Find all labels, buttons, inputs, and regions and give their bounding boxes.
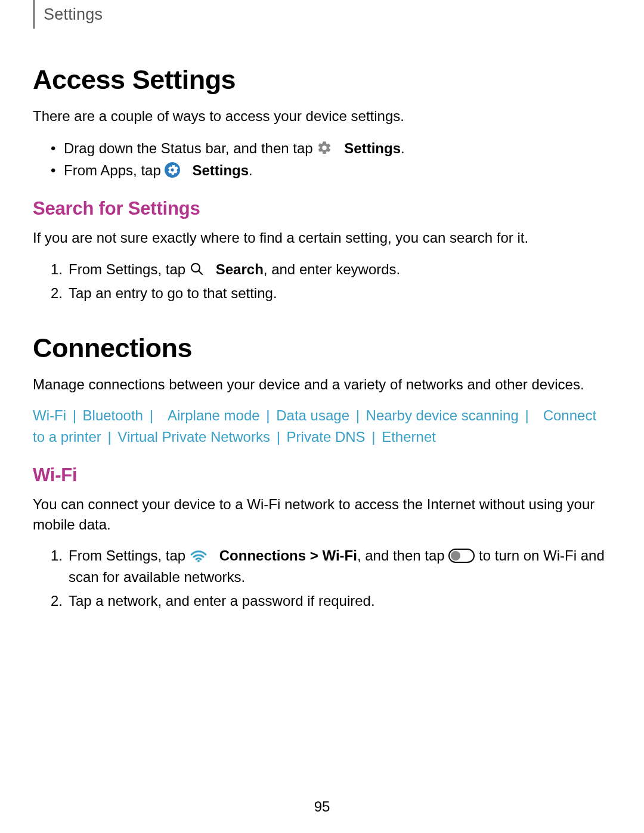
section-title-connections: Connections — [33, 333, 611, 364]
link-ethernet[interactable]: Ethernet — [382, 429, 436, 445]
link-data-usage[interactable]: Data usage — [276, 407, 349, 423]
page-header: Settings — [33, 0, 611, 29]
bullet-status-bar: Drag down the Status bar, and then tap S… — [51, 137, 611, 159]
section-title-access-settings: Access Settings — [33, 64, 611, 95]
search-step-2: Tap an entry to go to that setting. — [51, 283, 611, 304]
connections-intro: Manage connections between your device a… — [33, 374, 611, 395]
wifi-steps: From Settings, tap Connections > Wi-Fi, … — [33, 545, 611, 612]
svg-point-0 — [165, 162, 180, 178]
gear-icon — [317, 140, 332, 156]
header-divider — [33, 0, 35, 29]
svg-line-2 — [199, 271, 202, 275]
wifi-step-1: From Settings, tap Connections > Wi-Fi, … — [51, 545, 611, 588]
link-wifi[interactable]: Wi-Fi — [33, 407, 66, 423]
access-settings-bullets: Drag down the Status bar, and then tap S… — [33, 137, 611, 181]
settings-app-icon — [165, 162, 180, 178]
search-steps: From Settings, tap Search, and enter key… — [33, 259, 611, 304]
connections-links: Wi-Fi | Bluetooth | Airplane mode | Data… — [33, 405, 611, 448]
link-nearby-device-scanning[interactable]: Nearby device scanning — [366, 407, 519, 423]
access-settings-intro: There are a couple of ways to access you… — [33, 106, 611, 126]
link-vpn[interactable]: Virtual Private Networks — [117, 429, 270, 445]
page-number: 95 — [0, 798, 644, 815]
link-bluetooth[interactable]: Bluetooth — [83, 407, 143, 423]
subsection-wifi: Wi-Fi — [33, 465, 611, 486]
bullet-from-apps: From Apps, tap Settings. — [51, 159, 611, 181]
search-icon — [190, 262, 204, 276]
toggle-off-icon — [448, 549, 475, 563]
link-private-dns[interactable]: Private DNS — [287, 429, 366, 445]
header-section-name: Settings — [44, 5, 103, 24]
search-step-1: From Settings, tap Search, and enter key… — [51, 259, 611, 280]
search-intro: If you are not sure exactly where to fin… — [33, 228, 611, 248]
svg-point-3 — [197, 560, 200, 562]
wifi-icon — [190, 549, 208, 563]
wifi-intro: You can connect your device to a Wi-Fi n… — [33, 494, 611, 534]
svg-point-5 — [451, 551, 460, 561]
wifi-step-2: Tap a network, and enter a password if r… — [51, 590, 611, 612]
link-airplane-mode[interactable]: Airplane mode — [168, 407, 260, 423]
subsection-search-for-settings: Search for Settings — [33, 198, 611, 219]
